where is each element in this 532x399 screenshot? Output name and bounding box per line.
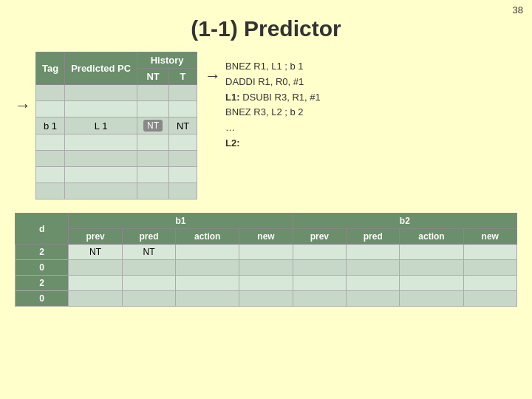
b2-action-header: action <box>400 229 463 245</box>
t-header: T <box>169 69 197 85</box>
d-val-1: 2 <box>16 245 69 260</box>
history-header: History <box>137 52 197 69</box>
table-row-b1: b 1 L 1 NT NT <box>36 117 197 134</box>
b2-pred-1 <box>347 245 400 260</box>
code-line-5: … <box>225 120 321 136</box>
b1-new-1 <box>239 245 293 260</box>
b1-prev-1: NT <box>69 245 122 260</box>
code-line-4: BNEZ R3, L2 ; b 2 <box>225 105 321 120</box>
bottom-table: d b1 b2 prev pred action new prev pred a… <box>15 213 517 307</box>
code-line-3-text: DSUBI R3, R1, #1 <box>242 92 321 103</box>
b1-action-header: action <box>176 229 239 245</box>
b1-pred-1: NT <box>122 245 175 260</box>
slide-number: 38 <box>513 4 523 16</box>
bottom-row-3: 2 <box>16 276 517 291</box>
b2-prev-header: prev <box>293 229 346 245</box>
table-row <box>36 134 197 151</box>
code-line-6: L2: <box>225 136 321 151</box>
b2-action-1 <box>400 245 463 260</box>
table-row <box>36 151 197 167</box>
d-val-3: 2 <box>16 276 69 291</box>
page-title: (1-1) Predictor <box>0 16 532 41</box>
bottom-row-2: 0 <box>16 260 517 276</box>
table-row <box>36 167 197 183</box>
b2-prev-1 <box>293 245 346 260</box>
b1-pred-header: pred <box>122 229 175 245</box>
d-val-2: 0 <box>16 260 69 276</box>
row-tag: b 1 <box>36 117 65 134</box>
tag-header: Tag <box>36 52 65 85</box>
row-t: NT <box>169 117 197 134</box>
table-row <box>36 183 197 200</box>
nt-header: NT <box>137 69 169 85</box>
b1-new-header: new <box>239 229 293 245</box>
b2-pred-header: pred <box>347 229 400 245</box>
b1-prev-header: prev <box>69 229 122 245</box>
code-line-3: L1: DSUBI R3, R1, #1 <box>225 90 321 106</box>
d-header: d <box>16 214 69 245</box>
code-area: BNEZ R1, L1 ; b 1 DADDI R1, R0, #1 L1: D… <box>225 59 321 151</box>
bottom-row-4: 0 <box>16 291 517 307</box>
code-label-l2: L2: <box>225 137 240 149</box>
b1-action-1 <box>176 245 239 260</box>
predictor-table: Tag Predicted PC History NT T b 1 <box>35 52 197 200</box>
b2-new-header: new <box>463 229 516 245</box>
code-label-l1: L1: <box>225 92 240 103</box>
table-row <box>36 85 197 101</box>
b2-new-1 <box>463 245 516 260</box>
left-arrow: → <box>15 96 31 115</box>
b1-header: b1 <box>69 214 293 229</box>
predicted-pc-header: Predicted PC <box>65 52 137 85</box>
bottom-row-1: 2 NT NT <box>16 245 517 260</box>
code-line-1: BNEZ R1, L1 ; b 1 <box>225 59 321 75</box>
code-line-2: DADDI R1, R0, #1 <box>225 75 321 90</box>
row-pc: L 1 <box>65 117 137 134</box>
right-arrow: → <box>205 66 221 86</box>
d-val-4: 0 <box>16 291 69 307</box>
row-nt: NT <box>137 117 169 134</box>
b2-header: b2 <box>293 214 516 229</box>
table-row <box>36 101 197 117</box>
